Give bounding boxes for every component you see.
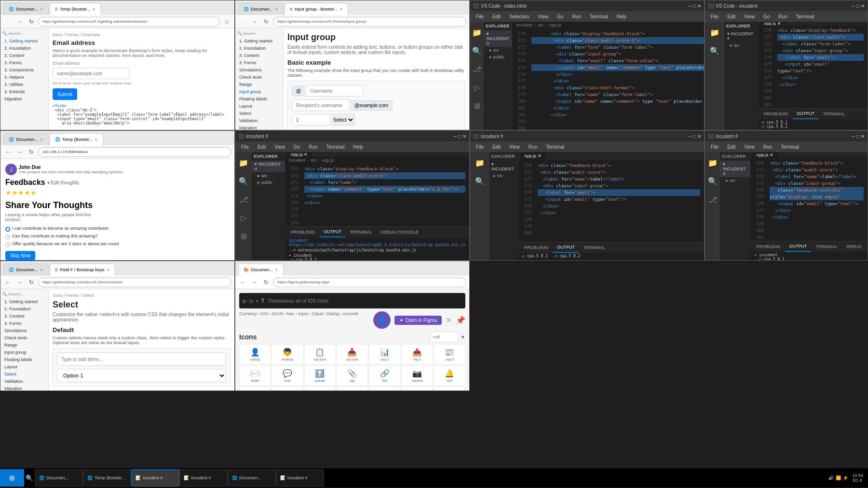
menu-edit-1[interactable]: Edit: [488, 11, 504, 22]
menu-edit-2[interactable]: Edit: [723, 11, 739, 22]
s9-valid[interactable]: Validation: [2, 378, 46, 385]
icons-filter-icon[interactable]: ▼: [461, 335, 465, 340]
icon-clip[interactable]: 📎clip: [337, 365, 368, 386]
menu-run-2[interactable]: Run: [774, 11, 791, 22]
icon-upload[interactable]: ⬆️upload: [304, 365, 336, 386]
s2-forms[interactable]: 3. Forms: [237, 59, 281, 66]
select-demo-select[interactable]: Option 1 Option 2 Option 3: [57, 369, 226, 382]
prob-3-problems[interactable]: PROBLEMS: [287, 227, 319, 237]
search-9[interactable]: 🔍 Search...: [2, 292, 46, 296]
menu-help-3[interactable]: Help: [349, 141, 367, 152]
editor-tab-2[interactable]: App.js ✕: [760, 22, 785, 25]
project-item-2[interactable]: ▾ INCUDENT #: [724, 30, 758, 42]
menu-terminal-5[interactable]: Terminal: [777, 141, 803, 152]
s2-range[interactable]: Range: [237, 81, 281, 88]
nav-back-2[interactable]: ←: [238, 17, 248, 27]
icon-csp[interactable]: 📋csp-icon: [304, 344, 336, 364]
icon-csp3[interactable]: 📰csp-3: [434, 344, 465, 364]
input-num[interactable]: [292, 114, 330, 125]
url-bar-2[interactable]: https://getbootstrap.com/docs/5.3/forms/…: [273, 17, 466, 27]
tray-sound[interactable]: 🔊: [828, 475, 834, 480]
explorer-icon-1[interactable]: 📁: [470, 26, 484, 39]
menu-view-3[interactable]: View: [271, 141, 289, 152]
icon-search[interactable]: 🔍search: [239, 387, 271, 390]
icon-download[interactable]: ⬇️download: [271, 387, 303, 390]
explorer-icon-3[interactable]: 📁: [237, 156, 250, 169]
editor-tab-5[interactable]: App.js ✕: [752, 152, 777, 158]
explorer-icon-4[interactable]: 📁: [473, 156, 487, 169]
s9-sim[interactable]: Simulations: [2, 327, 46, 334]
s2-select[interactable]: Select: [237, 110, 281, 117]
taskbar-item-6[interactable]: 📝 incudent #: [276, 469, 324, 487]
nav-refresh-2[interactable]: ↻: [261, 17, 271, 27]
s9-content[interactable]: 3. Content: [2, 313, 46, 320]
sidebar-item-helpers[interactable]: 3. Helpers: [2, 74, 46, 81]
s9-forms[interactable]: 3. Forms: [2, 320, 46, 327]
icon-folder[interactable]: 📁folder: [304, 387, 336, 390]
menu-view-5[interactable]: View: [740, 141, 759, 152]
search-2[interactable]: 🔍 Search...: [237, 31, 281, 36]
figma-tool-3[interactable]: ○: [256, 298, 258, 304]
icon-curboy[interactable]: 👤curboy: [239, 344, 271, 364]
open-figma-btn[interactable]: ✦ Open in Figma: [394, 316, 442, 325]
sidebar-item-migration[interactable]: Migration: [2, 96, 46, 102]
s9-foundation[interactable]: 2. Foundation: [2, 306, 46, 312]
src-3[interactable]: ▸ src: [252, 172, 285, 179]
taskbar-item-1[interactable]: 🌐 Documen...: [35, 469, 83, 487]
menu-file-1[interactable]: File: [472, 11, 488, 22]
menu-terminal-2[interactable]: Terminal: [792, 11, 818, 22]
prob-5-d[interactable]: DEBUG: [842, 241, 866, 252]
s9-range[interactable]: Range: [2, 342, 46, 349]
s9-select[interactable]: Select: [2, 371, 46, 377]
s2-migration[interactable]: Migration: [237, 125, 281, 130]
nav-refresh-1[interactable]: ↻: [27, 17, 36, 27]
prob-2-terminal[interactable]: TERMINAL: [819, 109, 849, 119]
prob-3-output[interactable]: OUTPUT: [320, 227, 345, 237]
s2-foundation[interactable]: 2. Foundation: [237, 45, 281, 52]
icon-link[interactable]: 🔗link: [369, 365, 400, 386]
s2-simulations[interactable]: Simulations: [237, 67, 281, 73]
git-icon-5[interactable]: ⎇: [706, 193, 719, 206]
tab-close-5[interactable]: ✕: [40, 138, 43, 142]
figma-tool-2[interactable]: □: [250, 298, 253, 304]
tab-doc-5[interactable]: 🌐 Documen... ✕: [3, 133, 49, 145]
s2-layout[interactable]: Layout: [237, 103, 281, 110]
prob-5-p[interactable]: PROBLEMS: [752, 241, 784, 252]
menu-run-1[interactable]: Run: [568, 11, 584, 22]
nav-forward-1[interactable]: →: [15, 17, 25, 27]
taskbar-start[interactable]: ⊞: [0, 469, 24, 487]
icons-filter-input[interactable]: [430, 332, 459, 342]
s2-input-group[interactable]: Input group: [237, 88, 281, 95]
tab-input-group[interactable]: B Input group - Bootstr... ✕: [285, 3, 348, 15]
taskbar-search[interactable]: 🔍: [24, 469, 35, 487]
s9-float[interactable]: Floating labels: [2, 356, 46, 363]
search-icon-5[interactable]: 🔍: [706, 174, 719, 188]
explorer-icon-2[interactable]: 📁: [708, 26, 721, 39]
taskbar-item-5[interactable]: 🌐 Documen...: [228, 469, 276, 487]
s2-content[interactable]: 3. Content: [237, 52, 281, 59]
tab-document-2[interactable]: 🌐 Documen... ✕: [238, 3, 284, 15]
tab-close-1[interactable]: ✕: [40, 7, 43, 12]
select-search-input[interactable]: [57, 352, 226, 366]
debug-icon-3[interactable]: ▷: [237, 211, 250, 224]
menu-view-2[interactable]: View: [740, 11, 759, 22]
menu-help-1[interactable]: Help: [613, 11, 631, 22]
icon-print[interactable]: 🖨️print: [401, 387, 433, 390]
nav-back-5[interactable]: ←: [3, 147, 13, 157]
s9-mig[interactable]: Migration: [2, 385, 46, 391]
prob-2-problems[interactable]: PROBLEMS: [760, 109, 792, 119]
search-icon-1[interactable]: 🔍: [470, 44, 484, 57]
email-input-1[interactable]: [53, 68, 130, 79]
url-bar-10[interactable]: https://figma.getbootstrap.app/: [273, 278, 466, 287]
project-item-1[interactable]: ▾ INCUDENT #: [484, 30, 512, 47]
s9-check[interactable]: Check texts: [2, 335, 46, 341]
prob-3-terminal[interactable]: TERMINAL: [346, 227, 376, 237]
taskbar-item-3[interactable]: 📝 incudent #: [131, 469, 179, 487]
url-bar-5[interactable]: 192.168.1.115:8080/about: [38, 147, 231, 157]
tab-figma[interactable]: 🎨 Documen... ✕: [238, 264, 284, 276]
icon-chat[interactable]: 💬chat: [271, 365, 303, 386]
icon-monitor[interactable]: 🔒lock: [434, 387, 465, 390]
nav-forward-2[interactable]: →: [250, 17, 259, 27]
menu-go-2[interactable]: Go: [760, 11, 773, 22]
taskbar-item-4[interactable]: 📝 incudent #: [179, 469, 228, 487]
